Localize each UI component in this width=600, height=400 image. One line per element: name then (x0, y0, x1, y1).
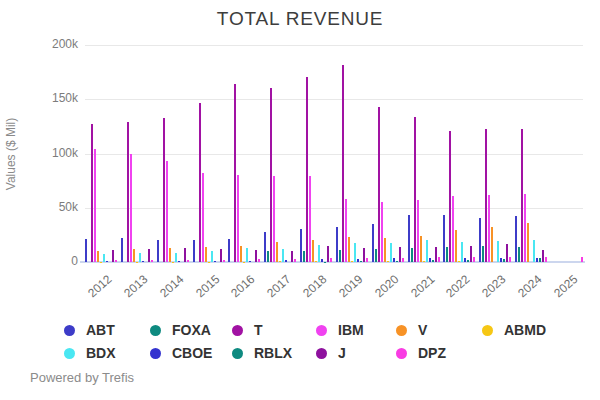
j-bar-2021[interactable] (435, 247, 437, 262)
t-bar-2024[interactable] (521, 129, 523, 262)
legend-item-j[interactable]: J (316, 343, 396, 363)
j-bar-2024[interactable] (542, 250, 544, 262)
abt-bar-2013[interactable] (121, 238, 123, 262)
t-bar-2013[interactable] (127, 122, 129, 262)
foxa-bar-2023[interactable] (482, 246, 484, 262)
v-bar-2013[interactable] (133, 249, 135, 262)
t-bar-2016[interactable] (234, 84, 236, 262)
abmd-bar-2017[interactable] (279, 261, 281, 262)
ibm-bar-2018[interactable] (309, 176, 311, 262)
dpz-bar-2013[interactable] (151, 260, 153, 262)
legend-item-t[interactable]: T (232, 320, 316, 340)
abt-bar-2012[interactable] (85, 239, 87, 262)
j-bar-2023[interactable] (506, 244, 508, 262)
abmd-bar-2019[interactable] (351, 261, 353, 262)
legend-item-foxa[interactable]: FOXA (150, 320, 232, 340)
ibm-bar-2024[interactable] (524, 194, 526, 262)
dpz-bar-2024[interactable] (545, 257, 547, 262)
legend-item-ibm[interactable]: IBM (316, 320, 396, 340)
abt-bar-2019[interactable] (336, 227, 338, 262)
abt-bar-2016[interactable] (228, 239, 230, 262)
cboe-bar-2019[interactable] (357, 259, 359, 262)
t-bar-2020[interactable] (378, 107, 380, 262)
dpz-bar-2021[interactable] (438, 257, 440, 262)
j-bar-2020[interactable] (399, 247, 401, 262)
ibm-bar-2021[interactable] (417, 200, 419, 262)
legend-item-bdx[interactable]: BDX (64, 343, 150, 363)
cboe-bar-2024[interactable] (536, 258, 538, 262)
v-bar-2022[interactable] (455, 230, 457, 262)
t-bar-2022[interactable] (449, 131, 451, 262)
t-bar-2021[interactable] (414, 117, 416, 262)
bdx-bar-2014[interactable] (175, 253, 177, 262)
v-bar-2023[interactable] (491, 227, 493, 262)
abt-bar-2023[interactable] (479, 218, 481, 262)
ibm-bar-2022[interactable] (452, 196, 454, 262)
v-bar-2024[interactable] (527, 223, 529, 262)
legend-item-abmd[interactable]: ABMD (482, 320, 574, 340)
cboe-bar-2022[interactable] (464, 258, 466, 262)
rblx-bar-2020[interactable] (396, 261, 398, 262)
ibm-bar-2020[interactable] (381, 202, 383, 262)
bdx-bar-2022[interactable] (461, 242, 463, 262)
foxa-bar-2019[interactable] (339, 250, 341, 262)
rblx-bar-2023[interactable] (503, 259, 505, 262)
abmd-bar-2018[interactable] (315, 261, 317, 262)
abt-bar-2017[interactable] (264, 232, 266, 262)
t-bar-2023[interactable] (485, 129, 487, 262)
j-bar-2017[interactable] (291, 251, 293, 262)
bdx-bar-2015[interactable] (211, 251, 213, 262)
j-bar-2019[interactable] (363, 248, 365, 262)
dpz-bar-2019[interactable] (366, 258, 368, 262)
v-bar-2016[interactable] (240, 246, 242, 262)
ibm-bar-2013[interactable] (130, 154, 132, 262)
dpz-bar-2012[interactable] (115, 260, 117, 262)
rblx-bar-2019[interactable] (360, 261, 362, 262)
v-bar-2019[interactable] (348, 237, 350, 262)
bdx-bar-2017[interactable] (282, 249, 284, 262)
v-bar-2018[interactable] (312, 240, 314, 262)
v-bar-2012[interactable] (97, 251, 99, 262)
j-bar-2015[interactable] (220, 249, 222, 262)
v-bar-2014[interactable] (169, 248, 171, 262)
t-bar-2017[interactable] (270, 88, 272, 262)
v-bar-2021[interactable] (420, 236, 422, 262)
bdx-bar-2021[interactable] (426, 240, 428, 262)
dpz-bar-2016[interactable] (258, 259, 260, 262)
abt-bar-2020[interactable] (372, 224, 374, 262)
abt-bar-2022[interactable] (443, 215, 445, 262)
t-bar-2018[interactable] (306, 77, 308, 262)
dpz-bar-2022[interactable] (473, 257, 475, 262)
foxa-bar-2017[interactable] (267, 251, 269, 262)
abt-bar-2024[interactable] (515, 216, 517, 262)
t-bar-2015[interactable] (199, 103, 201, 262)
cboe-bar-2018[interactable] (321, 259, 323, 262)
dpz-bar-2018[interactable] (330, 258, 332, 262)
dpz-bar-2023[interactable] (509, 257, 511, 262)
ibm-bar-2023[interactable] (488, 195, 490, 262)
cboe-bar-2023[interactable] (500, 258, 502, 262)
j-bar-2012[interactable] (112, 250, 114, 262)
dpz-bar-2015[interactable] (223, 260, 225, 262)
legend-item-cboe[interactable]: CBOE (150, 343, 232, 363)
abt-bar-2021[interactable] (408, 215, 410, 262)
cboe-bar-2017[interactable] (285, 260, 287, 262)
foxa-bar-2024[interactable] (518, 247, 520, 262)
abmd-bar-2020[interactable] (387, 261, 389, 262)
foxa-bar-2018[interactable] (303, 251, 305, 262)
bdx-bar-2019[interactable] (354, 243, 356, 262)
bdx-bar-2016[interactable] (246, 248, 248, 262)
j-bar-2016[interactable] (255, 250, 257, 262)
ibm-bar-2014[interactable] (166, 161, 168, 262)
bdx-bar-2023[interactable] (497, 241, 499, 262)
cboe-bar-2014[interactable] (178, 261, 180, 262)
bdx-bar-2012[interactable] (103, 254, 105, 262)
t-bar-2019[interactable] (342, 65, 344, 262)
ibm-bar-2015[interactable] (202, 173, 204, 262)
j-bar-2014[interactable] (184, 248, 186, 262)
t-bar-2012[interactable] (91, 124, 93, 262)
v-bar-2015[interactable] (205, 247, 207, 262)
legend-item-abt[interactable]: ABT (64, 320, 150, 340)
cboe-bar-2015[interactable] (214, 261, 216, 262)
j-bar-2022[interactable] (470, 246, 472, 262)
